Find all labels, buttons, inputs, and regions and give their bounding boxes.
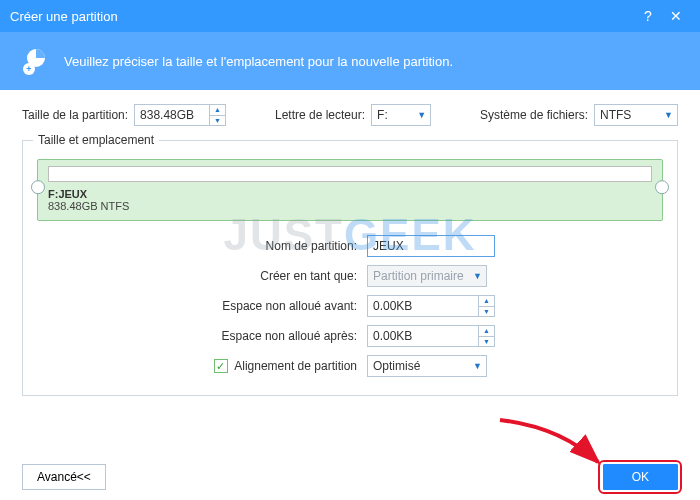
create-as-value: Partition primaire [373, 269, 464, 283]
size-location-legend: Taille et emplacement [33, 133, 159, 147]
create-as-select: Partition primaire ▼ [367, 265, 487, 287]
unalloc-after-input[interactable]: 0.00KB ▲▼ [367, 325, 495, 347]
drive-letter-label: Lettre de lecteur: [275, 108, 365, 122]
alignment-checkbox[interactable]: ✓ [214, 359, 228, 373]
partition-visual-name: F:JEUX [48, 188, 87, 200]
ok-button[interactable]: OK [603, 464, 678, 490]
unalloc-before-value: 0.00KB [373, 299, 412, 313]
window-title: Créer une partition [10, 9, 118, 24]
filesystem-select[interactable]: NTFS ▼ [594, 104, 678, 126]
unalloc-before-label: Espace non alloué avant: [37, 299, 367, 313]
drive-letter-select[interactable]: F: ▼ [371, 104, 431, 126]
partition-visualizer[interactable]: F:JEUX 838.48GB NTFS [37, 159, 663, 221]
create-partition-icon: + [20, 45, 52, 77]
advanced-button[interactable]: Avancé<< [22, 464, 106, 490]
partition-size-value: 838.48GB [140, 108, 194, 122]
filesystem-label: Système de fichiers: [480, 108, 588, 122]
advanced-button-label: Avancé<< [37, 470, 91, 484]
partition-size-stepper[interactable]: ▲▼ [209, 105, 225, 125]
unalloc-before-input[interactable]: 0.00KB ▲▼ [367, 295, 495, 317]
partition-visual-detail: 838.48GB NTFS [48, 200, 129, 212]
banner-text: Veuillez préciser la taille et l'emplace… [64, 54, 453, 69]
alignment-value: Optimisé [373, 359, 420, 373]
partition-name-label: Nom de partition: [37, 239, 367, 253]
unalloc-after-stepper[interactable]: ▲▼ [478, 326, 494, 346]
unalloc-before-stepper[interactable]: ▲▼ [478, 296, 494, 316]
ok-button-label: OK [632, 470, 649, 484]
chevron-down-icon: ▼ [417, 110, 426, 120]
help-icon[interactable]: ? [634, 8, 662, 24]
partition-size-label: Taille de la partition: [22, 108, 128, 122]
unalloc-after-label: Espace non alloué après: [37, 329, 367, 343]
alignment-select[interactable]: Optimisé ▼ [367, 355, 487, 377]
resize-handle-right[interactable] [655, 180, 669, 194]
chevron-down-icon: ▼ [664, 110, 673, 120]
close-icon[interactable]: ✕ [662, 8, 690, 24]
chevron-down-icon: ▼ [473, 271, 482, 281]
drive-letter-value: F: [377, 108, 388, 122]
create-as-label: Créer en tant que: [37, 269, 367, 283]
resize-handle-left[interactable] [31, 180, 45, 194]
filesystem-value: NTFS [600, 108, 631, 122]
partition-bar[interactable] [48, 166, 652, 182]
svg-text:+: + [26, 64, 31, 74]
chevron-down-icon: ▼ [473, 361, 482, 371]
partition-size-input[interactable]: 838.48GB ▲▼ [134, 104, 226, 126]
partition-name-value: JEUX [373, 239, 404, 253]
partition-name-input[interactable]: JEUX [367, 235, 495, 257]
alignment-label: Alignement de partition [234, 359, 357, 373]
unalloc-after-value: 0.00KB [373, 329, 412, 343]
